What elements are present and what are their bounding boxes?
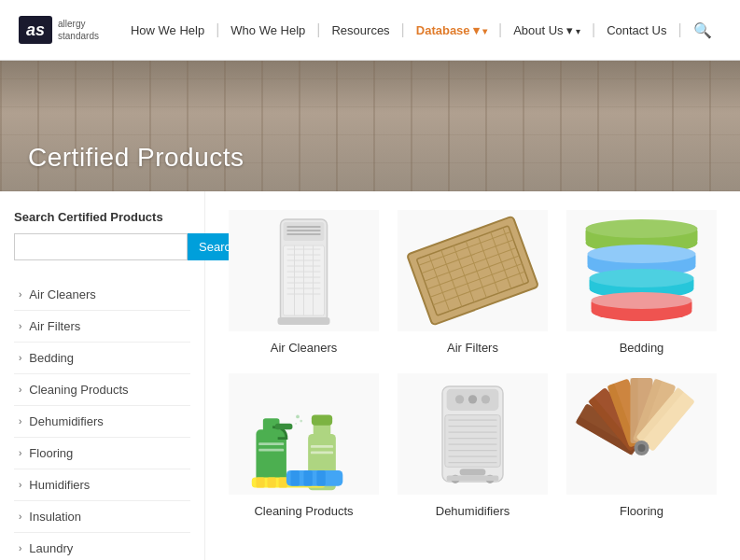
svg-point-39 — [588, 245, 696, 263]
logo-letters: as — [19, 16, 52, 44]
list-item: ›Humidifiers — [14, 469, 190, 501]
svg-point-51 — [295, 423, 297, 425]
product-image-flooring — [566, 373, 717, 495]
nav-link-about-us[interactable]: About Us ▾ — [510, 23, 584, 37]
product-card-bedding[interactable]: Bedding — [566, 210, 717, 355]
product-card-dehumidifiers[interactable]: Dehumidifiers — [398, 373, 548, 518]
chevron-icon: › — [19, 321, 21, 331]
svg-rect-62 — [279, 477, 287, 487]
nav-separator: | — [394, 21, 412, 38]
svg-point-70 — [468, 395, 477, 403]
nav-link-database[interactable]: Database ▾ — [412, 23, 491, 37]
nav-separator: | — [491, 21, 510, 38]
chevron-icon: › — [19, 511, 21, 522]
svg-rect-57 — [311, 445, 333, 448]
product-label-air-filters: Air Filters — [447, 341, 498, 355]
svg-rect-52 — [258, 442, 284, 445]
svg-point-42 — [590, 269, 694, 287]
sidebar-item-air-filters[interactable]: ›Air Filters — [14, 311, 190, 342]
main-content: Search Certified Products Search ›Air Cl… — [0, 191, 740, 560]
product-label-dehumidifiers: Dehumidifiers — [436, 504, 510, 518]
chevron-icon: › — [19, 448, 21, 458]
nav-separator: | — [670, 21, 689, 38]
sidebar-search-title: Search Certified Products — [14, 210, 190, 224]
sidebar-search-form: Search — [14, 233, 190, 260]
chevron-icon: › — [19, 416, 21, 427]
product-card-flooring[interactable]: Flooring — [566, 373, 717, 518]
svg-rect-56 — [312, 415, 332, 426]
page-title: Certified Products — [28, 143, 244, 173]
svg-rect-66 — [316, 470, 325, 486]
sidebar-item-air-cleaners[interactable]: ›Air Cleaners — [14, 279, 190, 310]
product-grid: Air Cleaners — [229, 210, 717, 518]
chevron-icon: › — [19, 385, 21, 395]
svg-point-98 — [638, 444, 646, 452]
product-label-air-cleaners: Air Cleaners — [271, 341, 338, 355]
list-item: ›Bedding — [14, 343, 190, 374]
svg-rect-72 — [445, 415, 500, 468]
nav-separator: | — [584, 21, 603, 38]
svg-rect-1 — [284, 222, 325, 241]
search-input[interactable] — [14, 233, 188, 260]
product-card-cleaning-products[interactable]: Cleaning Products — [229, 373, 379, 518]
chevron-icon: › — [19, 543, 21, 553]
hero-banner: Certified Products — [0, 61, 740, 191]
nav-link-resources[interactable]: Resources — [328, 23, 393, 37]
svg-rect-64 — [291, 470, 300, 486]
sidebar-item-insulation[interactable]: ›Insulation — [14, 501, 190, 532]
sidebar-item-laundry[interactable]: ›Laundry — [14, 533, 190, 560]
svg-point-36 — [586, 219, 698, 238]
nav-separator: | — [208, 21, 227, 38]
nav-link-how-we-help[interactable]: How We Help — [127, 23, 208, 37]
product-image-cleaning-products — [229, 373, 379, 495]
logo-text: allergy standards — [58, 18, 99, 42]
sidebar-item-dehumidifiers[interactable]: ›Dehumidifiers — [14, 406, 190, 437]
product-image-bedding — [566, 210, 717, 331]
sidebar-item-bedding[interactable]: ›Bedding — [14, 343, 190, 373]
list-item: ›Air Filters — [14, 311, 190, 343]
sidebar-item-flooring[interactable]: ›Flooring — [14, 438, 190, 469]
svg-point-49 — [296, 415, 300, 419]
navigation: as allergy standards How We Help | Who W… — [0, 0, 740, 61]
svg-point-50 — [300, 420, 302, 423]
product-area: Air Cleaners — [205, 191, 740, 560]
list-item: ›Insulation — [14, 501, 190, 533]
sidebar-item-cleaning-products[interactable]: ›Cleaning Products — [14, 374, 190, 405]
nav-separator: | — [309, 21, 328, 38]
svg-point-69 — [455, 395, 464, 403]
search-icon[interactable]: 🔍 — [693, 21, 712, 39]
svg-rect-84 — [447, 476, 499, 482]
chevron-icon: › — [19, 289, 21, 300]
svg-rect-18 — [278, 317, 330, 325]
product-image-air-filters — [398, 210, 548, 331]
svg-rect-53 — [258, 449, 284, 452]
chevron-icon: › — [19, 480, 21, 490]
svg-point-71 — [482, 395, 490, 403]
list-item: ›Flooring — [14, 438, 190, 469]
sidebar: Search Certified Products Search ›Air Cl… — [0, 191, 205, 560]
list-item: ›Air Cleaners — [14, 279, 190, 311]
logo[interactable]: as allergy standards — [19, 16, 99, 44]
svg-rect-58 — [311, 452, 333, 455]
list-item: ›Cleaning Products — [14, 374, 190, 406]
svg-point-45 — [592, 292, 692, 309]
product-card-air-filters[interactable]: Air Filters — [398, 210, 548, 355]
svg-rect-60 — [256, 477, 264, 487]
product-image-air-cleaners — [229, 210, 379, 331]
svg-rect-61 — [268, 477, 276, 487]
product-label-bedding: Bedding — [620, 341, 664, 355]
svg-rect-65 — [304, 470, 313, 486]
nav-link-contact-us[interactable]: Contact Us — [603, 23, 670, 37]
product-label-flooring: Flooring — [620, 504, 663, 518]
list-item: ›Dehumidifiers — [14, 406, 190, 438]
svg-rect-48 — [275, 424, 293, 430]
sidebar-menu: ›Air Cleaners ›Air Filters ›Bedding ›Cle… — [14, 279, 190, 560]
product-card-air-cleaners[interactable]: Air Cleaners — [229, 210, 379, 355]
svg-rect-81 — [460, 469, 486, 475]
chevron-icon: › — [19, 353, 21, 363]
nav-link-who-we-help[interactable]: Who We Help — [227, 23, 309, 37]
nav-links: How We Help | Who We Help | Resources | … — [127, 21, 721, 39]
list-item: ›Laundry — [14, 533, 190, 560]
sidebar-item-humidifiers[interactable]: ›Humidifiers — [14, 469, 190, 500]
product-label-cleaning-products: Cleaning Products — [254, 504, 353, 518]
